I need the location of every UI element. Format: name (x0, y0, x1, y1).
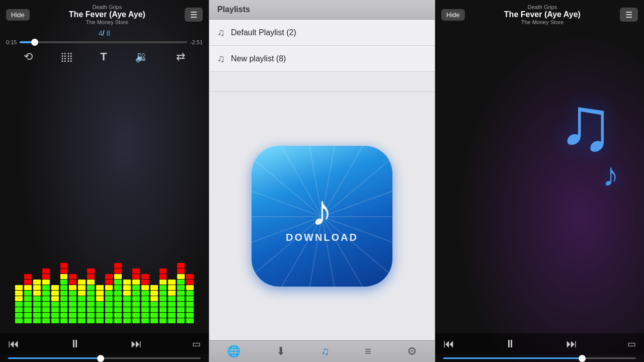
eq-bar-5 (60, 246, 68, 323)
right-volume-bar[interactable] (435, 354, 644, 362)
download-label: DOWNLOAD (286, 232, 358, 243)
playlist-item-default[interactable]: ♫ Default Playlist (2) (209, 20, 435, 46)
right-panel: ♫ ♪ Hide Death Grips The Fever (Aye Aye)… (435, 0, 644, 362)
left-time-elapsed: 0:15 (6, 39, 17, 45)
equalizer-icon[interactable]: ⣿⣿ (60, 51, 72, 62)
eq-bar-11 (114, 246, 122, 323)
playlists-header: Playlists (209, 0, 435, 20)
left-progress-bar[interactable]: 0:15 -2:51 (6, 39, 203, 45)
left-volume-track[interactable] (8, 357, 201, 359)
download-music-note-icon: ♪ (311, 189, 333, 232)
playlist-item-new[interactable]: ♫ New playlist (8) (209, 46, 435, 72)
right-track-info: Death Grips The Fever (Aye Aye) The Mone… (465, 4, 620, 25)
playlist-spacer (209, 72, 435, 92)
playlist-note-icon-1: ♫ (217, 27, 225, 38)
eq-bar-3 (42, 246, 50, 323)
right-hide-button[interactable]: Hide (441, 9, 465, 21)
left-panel: Hide Death Grips The Fever (Aye Aye) The… (0, 0, 209, 362)
right-playback-bar: ⏮ ⏸ ⏭ ▭ (435, 333, 644, 354)
eq-bar-15 (150, 246, 158, 323)
eq-bar-13 (132, 246, 140, 323)
eq-bar-18 (177, 246, 185, 323)
eq-bar-17 (168, 246, 176, 323)
left-artist: Death Grips (30, 4, 185, 10)
eq-bars-container (15, 213, 194, 323)
right-next-button[interactable]: ⏭ (566, 337, 577, 350)
left-volume-bar[interactable] (0, 354, 209, 362)
right-music-note-small: ♪ (603, 156, 619, 194)
nav-playlist-icon[interactable]: ♫ (321, 345, 330, 358)
left-playback-bar: ⏮ ⏸ ⏭ ▭ (0, 333, 209, 354)
left-next-button[interactable]: ⏭ (131, 337, 142, 350)
left-controls-row: ⟲ ⣿⣿ T 🔉 ⇄ (0, 47, 209, 66)
right-artist: Death Grips (465, 4, 620, 10)
left-album: The Money Store (30, 19, 185, 25)
left-volume-fill (8, 357, 101, 359)
eq-bar-12 (123, 246, 131, 323)
left-hide-button[interactable]: Hide (6, 9, 30, 21)
left-progress-section: 4/ 8 0:15 -2:51 (0, 27, 209, 47)
left-track-counter: 4/ 8 (6, 29, 203, 37)
right-pause-button[interactable]: ⏸ (505, 337, 516, 350)
nav-globe-icon[interactable]: 🌐 (227, 345, 240, 358)
download-section: ♪ DOWNLOAD (209, 92, 435, 340)
eq-bar-19 (186, 246, 194, 323)
right-menu-button[interactable]: ☰ (620, 8, 638, 22)
right-prev-button[interactable]: ⏮ (443, 337, 454, 350)
eq-bar-9 (96, 246, 104, 323)
eq-bar-16 (159, 246, 167, 323)
left-seek-track[interactable] (20, 41, 187, 43)
left-airplay-icon[interactable]: ▭ (192, 338, 201, 349)
eq-bar-4 (51, 246, 59, 323)
nav-download-icon[interactable]: ⬇ (276, 345, 285, 358)
volume-icon[interactable]: 🔉 (135, 50, 148, 63)
right-volume-thumb[interactable] (579, 355, 586, 362)
eq-bar-8 (87, 246, 95, 323)
eq-bar-1 (24, 246, 32, 323)
right-album: The Money Store (465, 19, 620, 25)
playlist-name-1: Default Playlist (2) (231, 28, 296, 37)
lyrics-icon[interactable]: T (100, 50, 107, 63)
nav-queue-icon[interactable]: ≡ (365, 345, 371, 358)
left-pause-button[interactable]: ⏸ (69, 337, 80, 350)
right-music-note-large: ♫ (557, 80, 614, 167)
left-visualizer (0, 66, 209, 333)
nav-settings-icon[interactable]: ⚙ (407, 345, 417, 358)
eq-bar-7 (78, 246, 86, 323)
shuffle-icon[interactable]: ⇄ (176, 50, 185, 63)
right-song: The Fever (Aye Aye) (465, 10, 620, 19)
left-volume-thumb[interactable] (97, 355, 104, 362)
left-prev-button[interactable]: ⏮ (8, 337, 19, 350)
playlist-note-icon-2: ♫ (217, 53, 225, 64)
playlist-name-2: New playlist (8) (231, 54, 286, 63)
eq-bar-2 (33, 246, 41, 323)
eq-bar-10 (105, 246, 113, 323)
repeat-icon[interactable]: ⟲ (24, 50, 33, 63)
right-header: Hide Death Grips The Fever (Aye Aye) The… (435, 0, 644, 27)
bottom-nav: 🌐 ⬇ ♫ ≡ ⚙ (209, 340, 435, 362)
right-volume-fill (443, 357, 582, 359)
left-time-remaining: -2:51 (190, 39, 203, 45)
eq-bar-0 (15, 246, 23, 323)
left-menu-button[interactable]: ☰ (185, 8, 203, 22)
download-button[interactable]: ♪ DOWNLOAD (252, 146, 392, 287)
eq-bar-6 (69, 246, 76, 323)
left-song: The Fever (Aye Aye) (30, 10, 185, 19)
left-seek-thumb[interactable] (31, 39, 38, 46)
left-track-info: Death Grips The Fever (Aye Aye) The Mone… (30, 4, 185, 25)
right-airplay-icon[interactable]: ▭ (627, 338, 636, 349)
middle-panel: Playlists ♫ Default Playlist (2) ♫ New p… (209, 0, 435, 362)
eq-bar-14 (141, 246, 149, 323)
left-header: Hide Death Grips The Fever (Aye Aye) The… (0, 0, 209, 27)
right-volume-track[interactable] (443, 357, 636, 359)
